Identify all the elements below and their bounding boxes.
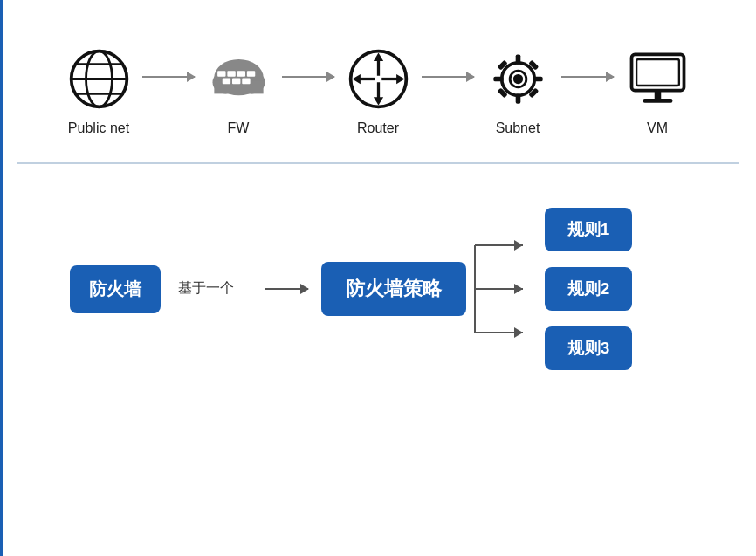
- fw-label: FW: [228, 120, 250, 136]
- svg-rect-10: [227, 71, 235, 77]
- svg-rect-38: [654, 90, 661, 98]
- fanout-container: 规则1 规则2 规则3: [466, 208, 632, 370]
- fanout-arrows-svg: [466, 219, 536, 359]
- vm-icon: [622, 44, 692, 113]
- node-router: Router: [343, 44, 413, 136]
- rule-box-2: 规则2: [545, 267, 632, 311]
- diagram-container: Public net: [0, 0, 756, 556]
- svg-rect-30: [533, 76, 542, 81]
- svg-marker-22: [352, 73, 360, 83]
- svg-marker-42: [514, 240, 523, 251]
- node-vm: VM: [622, 44, 692, 136]
- rule-row-3: 规则3: [545, 326, 632, 370]
- svg-rect-28: [515, 93, 520, 103]
- between-label: 基于一个: [161, 279, 251, 298]
- rule-row-2: 规则2: [545, 267, 632, 311]
- arrow-1: [134, 76, 203, 78]
- router-icon: [343, 44, 413, 113]
- svg-point-35: [512, 73, 522, 83]
- svg-rect-14: [232, 78, 240, 84]
- arrow-2: [273, 76, 343, 78]
- arrow-bottom-line: [265, 288, 308, 290]
- svg-rect-37: [636, 59, 679, 86]
- arrow-line-2: [282, 76, 334, 78]
- arrow-line-3: [422, 76, 474, 78]
- svg-rect-27: [515, 54, 520, 64]
- arrow-3: [413, 76, 483, 78]
- vm-label: VM: [647, 120, 668, 136]
- rule-box-3: 规则3: [545, 326, 632, 370]
- svg-marker-18: [373, 52, 382, 60]
- arrow-4: [553, 76, 622, 78]
- svg-rect-39: [643, 99, 672, 103]
- router-label: Router: [357, 120, 399, 136]
- left-border: [0, 0, 3, 556]
- rule-box-1: 规则1: [545, 208, 632, 251]
- svg-rect-9: [217, 71, 225, 77]
- policy-box: 防火墙策略: [321, 262, 466, 316]
- arrow-line-4: [561, 76, 614, 78]
- arrow-to-policy: [251, 288, 321, 290]
- svg-marker-20: [373, 97, 382, 105]
- svg-marker-46: [514, 327, 523, 338]
- node-public-net: Public net: [64, 44, 134, 136]
- fw-box: 防火墙: [70, 265, 161, 313]
- svg-marker-24: [396, 73, 404, 83]
- svg-rect-15: [242, 78, 250, 84]
- svg-rect-13: [222, 78, 230, 84]
- node-subnet: Subnet: [483, 44, 553, 136]
- arrow-line-1: [142, 76, 195, 78]
- svg-marker-44: [514, 284, 523, 294]
- globe-icon: [64, 44, 134, 113]
- svg-rect-12: [246, 71, 254, 77]
- subnet-label: Subnet: [496, 120, 540, 136]
- rule-row-1: 规则1: [545, 208, 632, 251]
- subnet-icon: [483, 44, 553, 113]
- svg-rect-11: [237, 71, 244, 77]
- svg-rect-29: [493, 76, 503, 81]
- top-section: Public net: [17, 17, 739, 164]
- public-net-label: Public net: [68, 120, 129, 136]
- rules-section: 规则1 规则2 规则3: [545, 208, 632, 370]
- node-fw: FW: [203, 44, 273, 136]
- bottom-section: 防火墙 基于一个 防火墙策略: [17, 173, 739, 405]
- firewall-icon: [203, 44, 273, 113]
